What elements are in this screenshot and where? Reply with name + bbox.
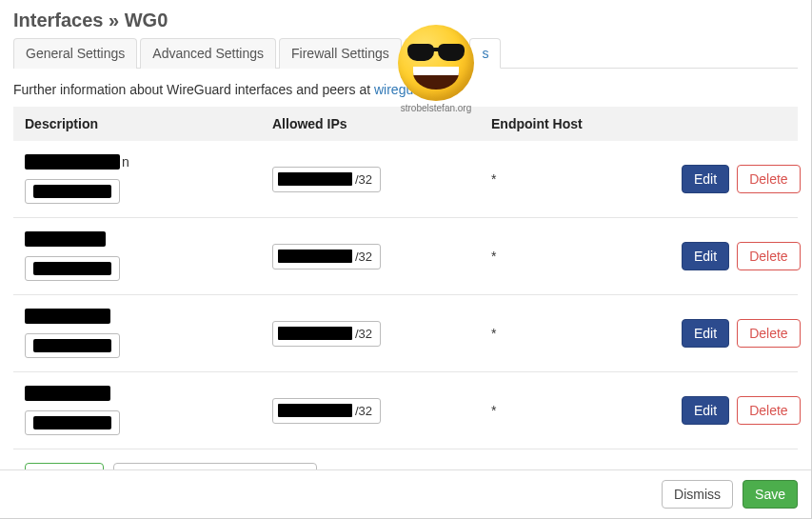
- table-row: n /32 * Edit Delete: [13, 141, 798, 218]
- peer-key-box[interactable]: [25, 410, 120, 435]
- edit-button[interactable]: Edit: [682, 165, 729, 193]
- peer-description: [25, 231, 272, 281]
- page-title: Interfaces » WG0: [13, 10, 798, 31]
- redacted-text: [25, 386, 110, 401]
- redacted-text: [278, 404, 352, 417]
- redacted-text: [33, 262, 111, 275]
- save-button[interactable]: Save: [743, 480, 798, 509]
- redacted-text: [33, 416, 111, 429]
- tab-general-settings[interactable]: General Settings: [13, 38, 137, 69]
- tab-advanced-settings[interactable]: Advanced Settings: [140, 38, 276, 69]
- ip-suffix: /32: [355, 172, 372, 187]
- ip-suffix: /32: [355, 327, 372, 341]
- edit-button[interactable]: Edit: [682, 396, 729, 425]
- wireguard-link[interactable]: wiregua: [374, 82, 421, 97]
- redacted-text: [33, 185, 111, 198]
- table-header: Description Allowed IPs Endpoint Host: [13, 107, 798, 141]
- allowed-ip-chip[interactable]: /32: [272, 244, 381, 269]
- delete-button[interactable]: Delete: [737, 165, 800, 193]
- delete-button[interactable]: Delete: [737, 396, 800, 425]
- col-description: Description: [25, 116, 272, 131]
- tab-peers[interactable]: s: [469, 38, 501, 69]
- endpoint-host: *: [491, 326, 682, 341]
- info-text: Further information about WireGuard inte…: [13, 82, 798, 97]
- table-row: /32 * Edit Delete: [13, 372, 798, 449]
- table-row: /32 * Edit Delete: [13, 295, 798, 372]
- ip-suffix: /32: [355, 404, 372, 418]
- redacted-text: [278, 172, 352, 186]
- redacted-text: [278, 250, 352, 263]
- peer-key-box[interactable]: [25, 333, 120, 358]
- allowed-ip-chip[interactable]: /32: [272, 167, 381, 192]
- delete-button[interactable]: Delete: [737, 242, 800, 270]
- peer-key-box[interactable]: [25, 179, 120, 204]
- tabbar: General Settings Advanced Settings Firew…: [13, 37, 798, 69]
- redacted-text: [33, 339, 111, 352]
- redacted-text: [25, 309, 110, 324]
- table-row: /32 * Edit Delete: [13, 218, 798, 295]
- redacted-text: [25, 154, 120, 170]
- peer-key-box[interactable]: [25, 256, 120, 281]
- tab-dhcp[interactable]: DHCP: [405, 38, 467, 69]
- dismiss-button[interactable]: Dismiss: [662, 480, 733, 509]
- redacted-text: [25, 231, 106, 247]
- peer-desc-visible: n: [122, 154, 129, 170]
- info-text-content: Further information about WireGuard inte…: [13, 82, 374, 97]
- peer-description: [25, 386, 272, 435]
- edit-button[interactable]: Edit: [682, 242, 729, 270]
- col-endpoint-host: Endpoint Host: [491, 116, 682, 131]
- peer-description: n: [25, 154, 272, 204]
- redacted-text: [278, 327, 352, 340]
- ip-suffix: /32: [355, 250, 372, 264]
- peer-description: [25, 309, 272, 358]
- dialog-footer: Dismiss Save: [0, 469, 811, 518]
- edit-button[interactable]: Edit: [682, 319, 729, 348]
- peers-table: Description Allowed IPs Endpoint Host n …: [13, 107, 798, 449]
- allowed-ip-chip[interactable]: /32: [272, 321, 381, 347]
- col-allowed-ips: Allowed IPs: [272, 116, 491, 131]
- endpoint-host: *: [491, 171, 682, 187]
- endpoint-host: *: [491, 403, 682, 418]
- endpoint-host: *: [491, 249, 682, 264]
- tab-firewall-settings[interactable]: Firewall Settings: [279, 38, 402, 69]
- allowed-ip-chip[interactable]: /32: [272, 398, 381, 424]
- delete-button[interactable]: Delete: [737, 319, 800, 348]
